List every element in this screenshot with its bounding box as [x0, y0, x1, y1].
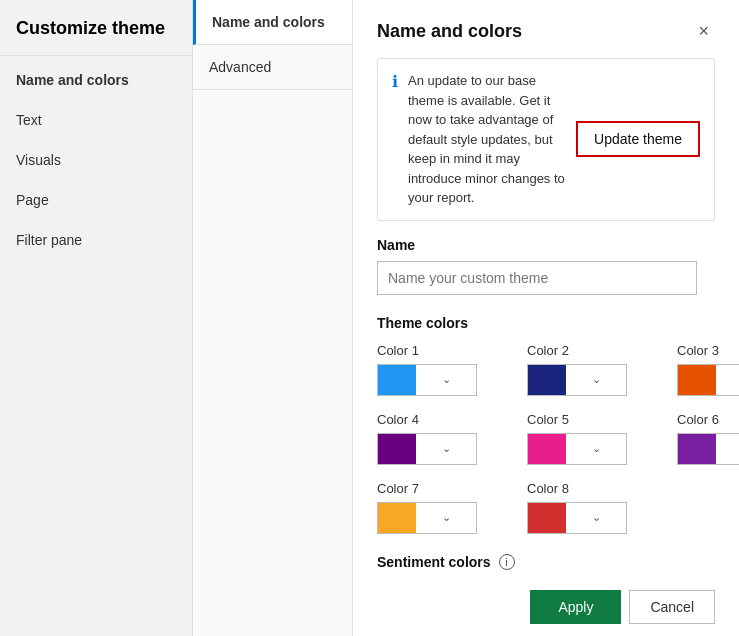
sidebar-item-text[interactable]: Text	[0, 100, 192, 140]
colors-section: Theme colors Color 1 ⌄ Color 2 ⌄ Color 3	[377, 315, 715, 534]
color-item-4: Color 4 ⌄	[377, 412, 507, 465]
color-dropdown-7[interactable]: ⌄	[377, 502, 477, 534]
sentiment-label: Sentiment colors	[377, 554, 491, 570]
info-text: An update to our base theme is available…	[408, 71, 566, 208]
footer: Apply Cancel	[377, 570, 715, 624]
color-dropdown-2[interactable]: ⌄	[527, 364, 627, 396]
color-swatch-3	[678, 365, 716, 395]
color-swatch-7	[378, 503, 416, 533]
chevron-down-icon-3: ⌄	[716, 373, 739, 386]
color-label-3: Color 3	[677, 343, 739, 358]
color-item-3: Color 3 ⌄	[677, 343, 739, 396]
color-label-2: Color 2	[527, 343, 657, 358]
sidebar-nav: Name and colors Text Visuals Page Filter…	[0, 56, 192, 260]
chevron-down-icon-7: ⌄	[416, 511, 476, 524]
name-section-label: Name	[377, 237, 715, 253]
cancel-button[interactable]: Cancel	[629, 590, 715, 624]
chevron-down-icon-2: ⌄	[566, 373, 626, 386]
sentiment-section: Sentiment colors i	[377, 554, 715, 570]
color-item-5: Color 5 ⌄	[527, 412, 657, 465]
info-banner: ℹ An update to our base theme is availab…	[377, 58, 715, 221]
color-label-7: Color 7	[377, 481, 507, 496]
sidebar-item-page[interactable]: Page	[0, 180, 192, 220]
color-swatch-8	[528, 503, 566, 533]
chevron-down-icon-1: ⌄	[416, 373, 476, 386]
sidebar: Customize theme Name and colors Text Vis…	[0, 0, 193, 636]
color-dropdown-8[interactable]: ⌄	[527, 502, 627, 534]
colors-grid: Color 1 ⌄ Color 2 ⌄ Color 3 ⌄	[377, 343, 715, 534]
color-swatch-1	[378, 365, 416, 395]
color-label-4: Color 4	[377, 412, 507, 427]
info-icon: ℹ	[392, 72, 398, 91]
chevron-down-icon-5: ⌄	[566, 442, 626, 455]
color-item-2: Color 2 ⌄	[527, 343, 657, 396]
color-dropdown-4[interactable]: ⌄	[377, 433, 477, 465]
color-item-8: Color 8 ⌄	[527, 481, 657, 534]
color-swatch-2	[528, 365, 566, 395]
sidebar-item-visuals[interactable]: Visuals	[0, 140, 192, 180]
update-theme-button[interactable]: Update theme	[576, 121, 700, 157]
theme-name-input[interactable]	[377, 261, 697, 295]
color-dropdown-1[interactable]: ⌄	[377, 364, 477, 396]
sidebar-item-filter-pane[interactable]: Filter pane	[0, 220, 192, 260]
color-swatch-4	[378, 434, 416, 464]
tabs-panel: Name and colors Advanced	[193, 0, 353, 636]
sidebar-title: Customize theme	[0, 0, 192, 56]
sidebar-item-name-and-colors[interactable]: Name and colors	[0, 60, 192, 100]
chevron-down-icon-4: ⌄	[416, 442, 476, 455]
color-label-6: Color 6	[677, 412, 739, 427]
close-button[interactable]: ×	[692, 20, 715, 42]
chevron-down-icon-6: ⌄	[716, 442, 739, 455]
color-swatch-5	[528, 434, 566, 464]
tab-advanced[interactable]: Advanced	[193, 45, 352, 90]
sentiment-info-icon[interactable]: i	[499, 554, 515, 570]
color-label-5: Color 5	[527, 412, 657, 427]
color-dropdown-3[interactable]: ⌄	[677, 364, 739, 396]
apply-button[interactable]: Apply	[530, 590, 621, 624]
main-panel: Name and colors × ℹ An update to our bas…	[353, 0, 739, 636]
color-dropdown-5[interactable]: ⌄	[527, 433, 627, 465]
main-header: Name and colors ×	[377, 20, 715, 42]
color-dropdown-6[interactable]: ⌄	[677, 433, 739, 465]
chevron-down-icon-8: ⌄	[566, 511, 626, 524]
color-item-7: Color 7 ⌄	[377, 481, 507, 534]
color-label-8: Color 8	[527, 481, 657, 496]
theme-colors-label: Theme colors	[377, 315, 715, 331]
tab-name-and-colors[interactable]: Name and colors	[193, 0, 352, 45]
color-label-1: Color 1	[377, 343, 507, 358]
color-swatch-6	[678, 434, 716, 464]
main-title: Name and colors	[377, 21, 522, 42]
color-item-1: Color 1 ⌄	[377, 343, 507, 396]
color-item-6: Color 6 ⌄	[677, 412, 739, 465]
